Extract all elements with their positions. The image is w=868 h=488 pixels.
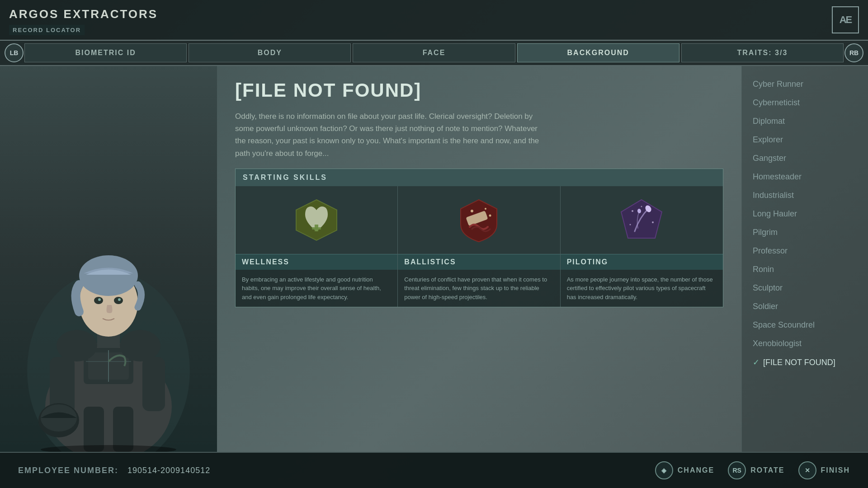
background-title: [FILE NOT FOUND]: [235, 80, 723, 101]
wellness-icon: [294, 197, 339, 243]
svg-rect-20: [84, 407, 104, 452]
background-item-14[interactable]: Xenobiologist: [742, 334, 868, 353]
tab-face[interactable]: FACE: [353, 43, 515, 62]
svg-rect-19: [142, 357, 165, 411]
lb-button[interactable]: LB: [5, 43, 24, 62]
background-item-5[interactable]: Homesteader: [742, 168, 868, 186]
svg-rect-21: [113, 407, 133, 452]
rotate-label: ROTATE: [750, 466, 784, 474]
svg-point-28: [471, 210, 473, 212]
tab-traits[interactable]: TRAITS: 3/3: [681, 43, 844, 62]
background-item-4[interactable]: Gangster: [742, 149, 868, 168]
character-portrait: [14, 190, 203, 452]
record-locator: RECORD LOCATOR: [9, 25, 85, 35]
change-button[interactable]: ◈: [655, 461, 673, 479]
svg-point-35: [630, 224, 631, 225]
background-item-label-10: Ronin: [753, 265, 774, 274]
rotate-button[interactable]: RS: [728, 461, 746, 479]
background-item-label-4: Gangster: [753, 154, 786, 163]
skills-section: STARTING SKILLS: [235, 169, 723, 308]
piloting-icon-area: [561, 186, 723, 254]
change-label: CHANGE: [678, 466, 714, 474]
background-description: Oddly, there is no information on file a…: [235, 110, 542, 160]
background-item-label-2: Diplomat: [753, 117, 785, 126]
rb-button[interactable]: RB: [844, 43, 863, 62]
app-title: ARGOS EXTRACTORS: [9, 5, 199, 24]
backgrounds-sidebar: Cyber RunnerCyberneticistDiplomatExplore…: [741, 66, 868, 452]
skill-wellness: WELLNESS By embracing an active lifestyl…: [236, 186, 398, 307]
background-item-0[interactable]: Cyber Runner: [742, 75, 868, 94]
piloting-name: PILOTING: [561, 254, 723, 270]
background-item-label-11: Sculptor: [753, 283, 783, 292]
background-item-7[interactable]: Long Hauler: [742, 205, 868, 223]
background-item-label-9: Professor: [753, 246, 788, 255]
finish-button[interactable]: ✕: [798, 461, 816, 479]
background-item-label-12: Soldier: [753, 302, 778, 311]
wellness-icon-area: [236, 186, 397, 254]
bottom-bar: EMPLOYEE NUMBER: 190514-2009140512 ◈ CHA…: [0, 452, 868, 488]
svg-point-14: [57, 330, 97, 361]
svg-point-36: [641, 206, 642, 207]
ballistics-name: BALLISTICS: [398, 254, 560, 270]
main-content: [FILE NOT FOUND] Oddly, there is no info…: [0, 66, 868, 452]
finish-label: FINISH: [821, 466, 850, 474]
background-item-label-3: Explorer: [753, 135, 783, 144]
svg-point-32: [632, 210, 633, 212]
background-item-10[interactable]: Ronin: [742, 260, 868, 279]
change-action[interactable]: ◈ CHANGE: [655, 461, 714, 479]
background-item-1[interactable]: Cyberneticist: [742, 94, 868, 112]
background-item-12[interactable]: Soldier: [742, 297, 868, 316]
svg-point-12: [98, 298, 101, 301]
background-item-label-5: Homesteader: [753, 172, 802, 181]
piloting-desc: As more people journey into space, the n…: [561, 270, 723, 307]
info-panel: [FILE NOT FOUND] Oddly, there is no info…: [217, 66, 741, 452]
tab-background[interactable]: BACKGROUND: [517, 43, 679, 62]
svg-point-9: [79, 255, 138, 296]
background-item-15[interactable]: ✓[FILE NOT FOUND]: [742, 353, 868, 372]
svg-rect-25: [312, 227, 321, 230]
background-item-2[interactable]: Diplomat: [742, 112, 868, 131]
skill-piloting: PILOTING As more people journey into spa…: [561, 186, 723, 307]
tab-body[interactable]: BODY: [189, 43, 351, 62]
svg-point-13: [118, 298, 121, 301]
selected-checkmark: ✓: [753, 357, 760, 367]
svg-point-34: [652, 221, 654, 223]
background-item-11[interactable]: Sculptor: [742, 279, 868, 297]
background-item-3[interactable]: Explorer: [742, 131, 868, 149]
background-item-label-0: Cyber Runner: [753, 80, 803, 89]
skill-ballistics: BALLISTICS Centuries of conflict have pr…: [398, 186, 560, 307]
piloting-icon: [619, 197, 664, 243]
ballistics-icon: [456, 197, 501, 243]
portrait-area: [0, 66, 217, 452]
background-item-6[interactable]: Industrialist: [742, 186, 868, 205]
skills-header: STARTING SKILLS: [236, 169, 723, 186]
background-item-label-1: Cyberneticist: [753, 98, 800, 107]
background-item-13[interactable]: Space Scoundrel: [742, 316, 868, 334]
background-item-label-7: Long Hauler: [753, 209, 797, 218]
top-bar: ARGOS EXTRACTORS RECORD LOCATOR AE: [0, 0, 868, 41]
skills-grid: WELLNESS By embracing an active lifestyl…: [236, 186, 723, 307]
wellness-desc: By embracing an active lifestyle and goo…: [236, 270, 397, 307]
rotate-action[interactable]: RS ROTATE: [728, 461, 784, 479]
ballistics-desc: Centuries of conflict have proven that w…: [398, 270, 560, 307]
background-item-label-6: Industrialist: [753, 191, 794, 200]
background-item-9[interactable]: Professor: [742, 242, 868, 260]
background-item-label-14: Xenobiologist: [753, 339, 802, 348]
background-item-8[interactable]: Pilgrim: [742, 223, 868, 242]
ae-logo: AE: [832, 6, 859, 33]
employee-number: 190514-2009140512: [127, 466, 210, 475]
wellness-name: WELLNESS: [236, 254, 397, 270]
svg-point-29: [485, 208, 486, 210]
finish-action[interactable]: ✕ FINISH: [798, 461, 850, 479]
svg-point-30: [489, 214, 491, 216]
background-item-label-13: Space Scoundrel: [753, 320, 815, 329]
background-item-label-15: [FILE NOT FOUND]: [763, 358, 835, 367]
background-item-label-8: Pilgrim: [753, 228, 778, 237]
nav-tabs: LB BIOMETRIC ID BODY FACE BACKGROUND TRA…: [0, 41, 868, 66]
svg-marker-31: [621, 200, 662, 238]
tab-biometric-id[interactable]: BIOMETRIC ID: [24, 43, 187, 62]
employee-label: EMPLOYEE NUMBER:: [18, 466, 118, 475]
title-section: ARGOS EXTRACTORS RECORD LOCATOR: [0, 0, 208, 40]
bottom-actions: ◈ CHANGE RS ROTATE ✕ FINISH: [655, 461, 850, 479]
svg-point-15: [120, 330, 160, 361]
